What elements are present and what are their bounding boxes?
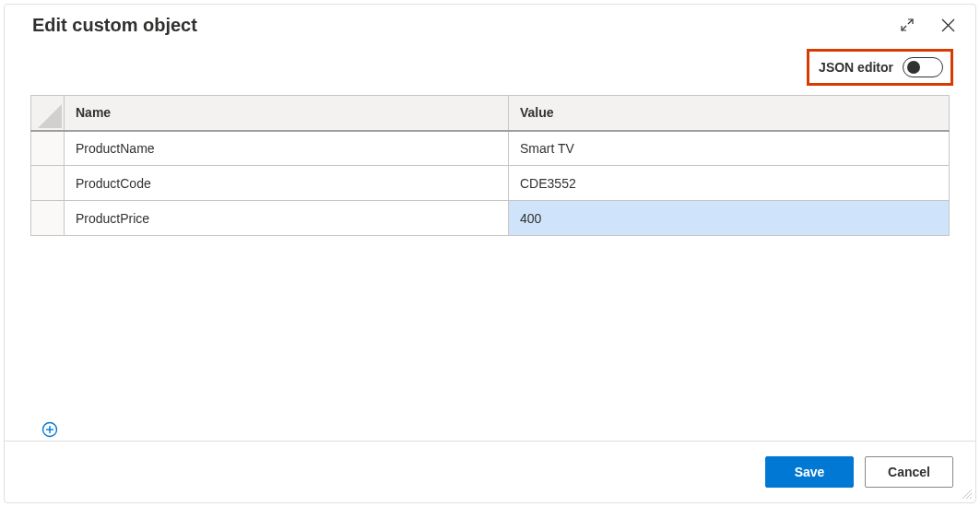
table-row: ProductPrice400 <box>31 201 950 236</box>
dialog-body: Name Value ProductNameSmart TVProductCod… <box>5 93 975 441</box>
cell-value[interactable]: Smart TV <box>509 131 950 166</box>
dialog-header: Edit custom object <box>5 5 975 40</box>
row-handle[interactable] <box>31 201 65 236</box>
select-all-corner[interactable] <box>31 96 65 131</box>
column-header-name[interactable]: Name <box>65 96 509 131</box>
table-empty-space <box>30 236 950 414</box>
row-handle[interactable] <box>31 131 65 166</box>
close-icon[interactable] <box>937 14 959 36</box>
cell-name[interactable]: ProductCode <box>65 166 509 201</box>
expand-icon[interactable] <box>896 14 918 36</box>
json-editor-highlight: JSON editor <box>807 49 953 86</box>
dialog-footer: Save Cancel <box>5 441 975 502</box>
properties-table: Name Value ProductNameSmart TVProductCod… <box>30 95 950 236</box>
dialog-title: Edit custom object <box>32 15 896 36</box>
cell-value[interactable]: 400 <box>509 201 950 236</box>
json-editor-toggle[interactable] <box>903 57 943 77</box>
table-row: ProductNameSmart TV <box>31 131 950 166</box>
cell-value[interactable]: CDE3552 <box>509 166 950 201</box>
resize-grip-icon[interactable] <box>960 487 973 500</box>
cell-name[interactable]: ProductName <box>65 131 509 166</box>
cancel-button[interactable]: Cancel <box>865 456 953 488</box>
json-editor-toggle-row: JSON editor <box>5 40 975 93</box>
edit-custom-object-dialog: Edit custom object JSON editor <box>4 4 976 503</box>
header-icons <box>896 14 959 36</box>
json-editor-label: JSON editor <box>819 60 893 75</box>
corner-triangle-icon <box>38 104 62 128</box>
row-handle[interactable] <box>31 166 65 201</box>
table-header-row: Name Value <box>31 96 950 131</box>
column-header-value[interactable]: Value <box>509 96 950 131</box>
add-row-area <box>30 414 950 441</box>
cell-name[interactable]: ProductPrice <box>65 201 509 236</box>
toggle-knob <box>907 61 920 74</box>
save-button[interactable]: Save <box>765 456 854 488</box>
table-row: ProductCodeCDE3552 <box>31 166 950 201</box>
add-row-icon[interactable] <box>41 421 58 438</box>
svg-line-7 <box>970 497 972 499</box>
